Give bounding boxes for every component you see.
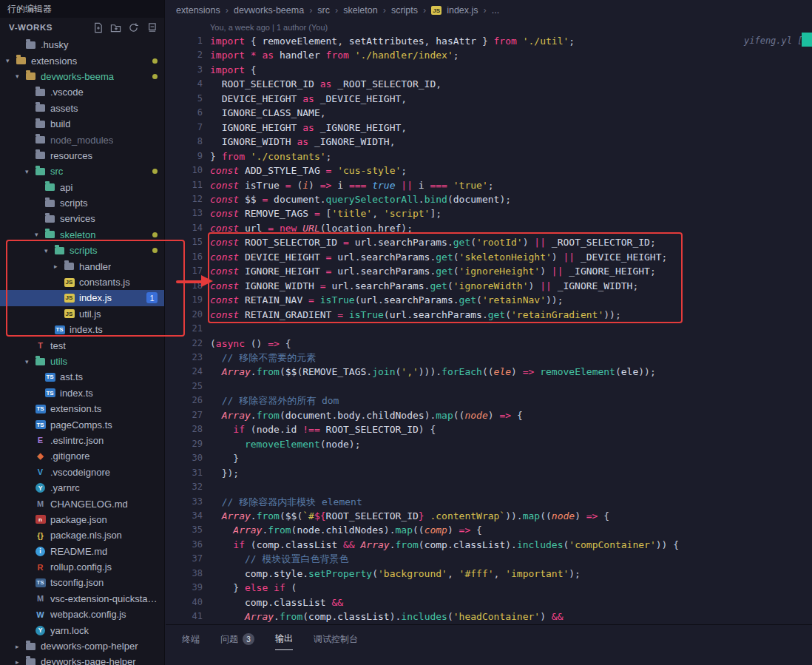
panel-tab-problems[interactable]: 问题3 xyxy=(220,632,254,650)
code-line-9[interactable]: 9} from './constants'; xyxy=(166,149,812,163)
code-line-20[interactable]: 20const RETAIN_GRADIENT = isTrue(url.sea… xyxy=(166,308,812,322)
code-line-22[interactable]: 22(async () => { xyxy=(166,337,812,351)
code-line-36[interactable]: 36 if (comp.classList && Array.from(comp… xyxy=(166,538,812,552)
tree-item-vsc-extension-quickstart.md[interactable]: Mvsc-extension-quickstart.md xyxy=(0,591,164,607)
code-line-3[interactable]: 3import { xyxy=(166,63,812,77)
tree-item-src[interactable]: ▾src xyxy=(0,163,164,179)
code-line-7[interactable]: 7 IGNORE_HEIGHT as _IGNORE_HEIGHT, xyxy=(166,121,812,135)
code-line-39[interactable]: 39 } else if ( xyxy=(166,581,812,595)
code-line-32[interactable]: 32 xyxy=(166,480,812,494)
tree-item-.husky[interactable]: .husky xyxy=(0,37,164,53)
tree-item-CHANGELOG.md[interactable]: MCHANGELOG.md xyxy=(0,496,164,511)
code-line-8[interactable]: 8 IGNORE_WIDTH as _IGNORE_WIDTH, xyxy=(166,135,812,149)
tree-item-util.js[interactable]: JSutil.js xyxy=(0,306,164,322)
code-line-28[interactable]: 28 if (node.id !== ROOT_SELECTOR_ID) { xyxy=(166,422,812,436)
code-line-12[interactable]: 12const $$ = document.querySelectorAll.b… xyxy=(166,192,812,206)
panel-tab-debug-console[interactable]: 调试控制台 xyxy=(314,632,358,650)
tree-item-ast.ts[interactable]: TSast.ts xyxy=(0,369,164,385)
breadcrumb-item-extensions[interactable]: extensions xyxy=(176,5,220,16)
breadcrumb-item-scripts[interactable]: scripts xyxy=(391,5,418,16)
tree-item-scripts[interactable]: ▾scripts xyxy=(0,243,164,258)
tree-item-webpack.config.js[interactable]: Wwebpack.config.js xyxy=(0,607,164,622)
code-line-37[interactable]: 37 // 模块设置白色背景色 xyxy=(166,552,812,566)
tree-item-extensions[interactable]: ▾extensions xyxy=(0,53,164,68)
code-line-4[interactable]: 4 ROOT_SELECTOR_ID as _ROOT_SELECTOR_ID, xyxy=(166,77,812,91)
open-editors-header[interactable]: 行的编辑器 xyxy=(0,0,164,18)
tree-item-index.ts[interactable]: TSindex.ts xyxy=(0,385,164,401)
code-line-33[interactable]: 33 // 移除容器内非模块 element xyxy=(166,495,812,509)
panel-tab-terminal[interactable]: 终端 xyxy=(182,632,200,650)
tree-item-pageComps.ts[interactable]: TSpageComps.ts xyxy=(0,416,164,432)
code-line-11[interactable]: 11const isTrue = (i) => i === true || i … xyxy=(166,178,812,192)
breadcrumb-item-devworks-beema[interactable]: devworks-beema xyxy=(234,5,304,16)
tree-item-devworks-comp-helper[interactable]: ▸devworks-comp-helper xyxy=(0,638,164,654)
tree-item-package.nls.json[interactable]: {}package.nls.json xyxy=(0,527,164,543)
breadcrumb-item-...[interactable]: ... xyxy=(492,5,499,16)
tree-item-index.js[interactable]: JSindex.js1 xyxy=(0,290,164,306)
collapse-all-icon[interactable] xyxy=(146,22,157,33)
code-line-16[interactable]: 16const DEVICE_HEIGHT = url.searchParams… xyxy=(166,250,812,264)
tree-item-services[interactable]: services xyxy=(0,211,164,226)
tree-item-node_modules[interactable]: node_modules xyxy=(0,132,164,147)
tree-item-skeleton[interactable]: ▾skeleton xyxy=(0,227,164,243)
code-line-26[interactable]: 26 // 移除容器外的所有 dom xyxy=(166,394,812,408)
refresh-icon[interactable] xyxy=(128,22,139,33)
breadcrumb-item-index.js[interactable]: index.js xyxy=(447,5,478,16)
code-line-18[interactable]: 18const IGNORE_WIDTH = url.searchParams.… xyxy=(166,279,812,293)
code-line-1[interactable]: 1import { removeElement, setAttributes, … xyxy=(166,34,812,48)
tree-item-utils[interactable]: ▾utils xyxy=(0,354,164,369)
code-line-41[interactable]: 41 Array.from(comp.classList).includes('… xyxy=(166,610,812,624)
tree-item-assets[interactable]: assets xyxy=(0,101,164,116)
tree-item-test[interactable]: Ttest xyxy=(0,337,164,353)
code-line-29[interactable]: 29 removeElement(node); xyxy=(166,437,812,451)
sidebar: 行的编辑器 V-WORKS .husky▾extensions▾devworks… xyxy=(0,0,165,665)
tree-item-.vscode[interactable]: .vscode xyxy=(0,84,164,100)
new-folder-icon[interactable] xyxy=(110,22,121,33)
tree-item-handler[interactable]: ▸handler xyxy=(0,258,164,274)
breadcrumb-item-skeleton[interactable]: skeleton xyxy=(343,5,378,16)
tree-item-extension.ts[interactable]: TSextension.ts xyxy=(0,401,164,416)
code-line-21[interactable]: 21 xyxy=(166,322,812,336)
tree-item-yarn.lock[interactable]: Yyarn.lock xyxy=(0,622,164,638)
tree-item-constants.js[interactable]: JSconstants.js xyxy=(0,274,164,290)
code-line-30[interactable]: 30 } xyxy=(166,451,812,465)
code-line-24[interactable]: 24 Array.from($$(REMOVE_TAGS.join(',')))… xyxy=(166,365,812,379)
explorer-section-header[interactable]: V-WORKS xyxy=(0,18,164,37)
code-line-35[interactable]: 35 Array.from(node.childNodes).map((comp… xyxy=(166,523,812,537)
tree-item-devworks-beema[interactable]: ▾devworks-beema xyxy=(0,69,164,84)
panel-tab-output[interactable]: 输出 xyxy=(275,632,293,650)
code-line-23[interactable]: 23 // 移除不需要的元素 xyxy=(166,351,812,365)
code-line-6[interactable]: 6 IGNORE_CLASS_NAME, xyxy=(166,106,812,120)
new-file-icon[interactable] xyxy=(92,22,104,33)
code-line-15[interactable]: 15const ROOT_SELECTOR_ID = url.searchPar… xyxy=(166,235,812,249)
code-line-40[interactable]: 40 comp.classList && xyxy=(166,595,812,610)
code-line-25[interactable]: 25 xyxy=(166,379,812,394)
breadcrumb-item-src[interactable]: src xyxy=(317,5,330,16)
tree-item-package.json[interactable]: npackage.json xyxy=(0,512,164,527)
tree-item-rollup.config.js[interactable]: Rrollup.config.js xyxy=(0,559,164,575)
code-line-14[interactable]: 14const url = new URL(location.href); xyxy=(166,221,812,235)
tree-item-.gitignore[interactable]: ◆.gitignore xyxy=(0,448,164,464)
tree-item-build[interactable]: build xyxy=(0,116,164,132)
tree-item-api[interactable]: api xyxy=(0,180,164,195)
code-line-34[interactable]: 34 Array.from($$(`#${ROOT_SELECTOR_ID} .… xyxy=(166,509,812,523)
code-line-27[interactable]: 27 Array.from(document.body.childNodes).… xyxy=(166,408,812,422)
tree-item-.eslintrc.json[interactable]: E.eslintrc.json xyxy=(0,433,164,448)
code-line-19[interactable]: 19const RETAIN_NAV = isTrue(url.searchPa… xyxy=(166,293,812,307)
tree-item-.vscodeignore[interactable]: V.vscodeignore xyxy=(0,465,164,480)
code-line-10[interactable]: 10const ADD_STYLE_TAG = 'cus-style'; xyxy=(166,163,812,178)
tree-item-scripts[interactable]: scripts xyxy=(0,195,164,211)
codelens-authors[interactable]: You, a week ago | 1 author (You) xyxy=(166,21,812,34)
tree-item-devworks-page-helper[interactable]: ▸devworks-page-helper xyxy=(0,654,164,665)
tree-item-README.md[interactable]: iREADME.md xyxy=(0,544,164,559)
code-line-2[interactable]: 2import * as handler from './handler/ind… xyxy=(166,48,812,62)
tree-item-resources[interactable]: resources xyxy=(0,148,164,163)
tree-item-index.ts[interactable]: TSindex.ts xyxy=(0,322,164,337)
tree-item-.yarnrc[interactable]: Y.yarnrc xyxy=(0,480,164,496)
tree-item-tsconfig.json[interactable]: TStsconfig.json xyxy=(0,575,164,590)
code-line-17[interactable]: 17const IGNORE_HEIGHT = url.searchParams… xyxy=(166,264,812,278)
code-line-31[interactable]: 31 }); xyxy=(166,466,812,480)
code-line-38[interactable]: 38 comp.style.setProperty('background', … xyxy=(166,567,812,581)
code-line-13[interactable]: 13const REMOVE_TAGS = ['title', 'script'… xyxy=(166,206,812,220)
code-line-5[interactable]: 5 DEVICE_HEIGHT as _DEVICE_HEIGHT, xyxy=(166,92,812,106)
